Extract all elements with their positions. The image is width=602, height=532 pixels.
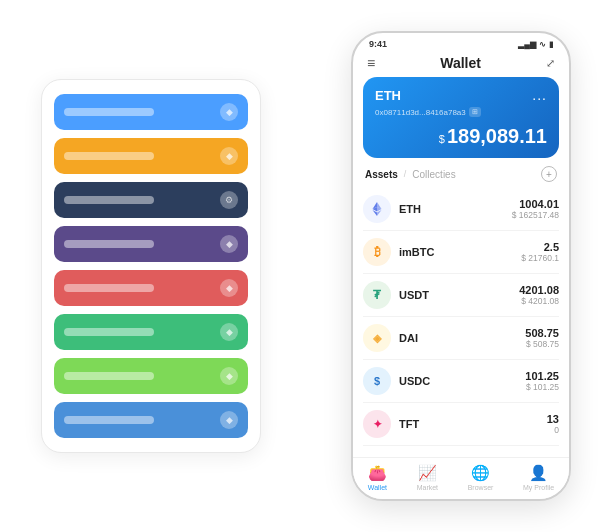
asset-row-eth[interactable]: ETH 1004.01 $ 162517.48 [363, 188, 559, 231]
stack-item-icon-6: ◆ [220, 323, 238, 341]
asset-amount-dai: 508.75 [525, 327, 559, 339]
asset-usd-usdc: $ 101.25 [525, 382, 559, 392]
stack-item-1[interactable]: ◆ [54, 94, 248, 130]
asset-name-usdc: USDC [399, 375, 430, 387]
expand-icon[interactable]: ⤢ [546, 57, 555, 70]
asset-row-imbtc[interactable]: ₿ imBTC 2.5 $ 21760.1 [363, 231, 559, 274]
wallet-nav-label: Wallet [368, 484, 387, 491]
bottom-nav: 👛 Wallet 📈 Market 🌐 Browser 👤 My Profile [353, 457, 569, 499]
eth-card-name: ETH [375, 88, 401, 103]
tab-collecties[interactable]: Collecties [412, 169, 455, 180]
assets-header: Assets / Collecties + [353, 166, 569, 188]
asset-list: ETH 1004.01 $ 162517.48 ₿ imBTC 2.5 $ 21… [353, 188, 569, 457]
asset-right-usdt: 4201.08 $ 4201.08 [519, 284, 559, 306]
stack-item-label-3 [64, 196, 154, 204]
asset-row-usdc[interactable]: $ USDC 101.25 $ 101.25 [363, 360, 559, 403]
stack-item-icon-7: ◆ [220, 367, 238, 385]
eth-currency-symbol: $ [439, 133, 445, 145]
status-icons: ▂▄▆ ∿ ▮ [518, 40, 553, 49]
asset-amount-eth: 1004.01 [512, 198, 559, 210]
stack-item-label-2 [64, 152, 154, 160]
eth-card-balance: $189,089.11 [375, 125, 547, 148]
stack-item-2[interactable]: ◆ [54, 138, 248, 174]
stack-item-icon-1: ◆ [220, 103, 238, 121]
stack-item-3[interactable]: ⚙ [54, 182, 248, 218]
stack-item-8[interactable]: ◆ [54, 402, 248, 438]
eth-address-badge: ⊞ [469, 107, 481, 117]
stack-item-icon-5: ◆ [220, 279, 238, 297]
phone-mockup: 9:41 ▂▄▆ ∿ ▮ ≡ Wallet ⤢ ETH ... 0x08711d… [351, 31, 571, 501]
asset-right-dai: 508.75 $ 508.75 [525, 327, 559, 349]
asset-left-tft: ✦ TFT [363, 410, 419, 438]
stack-item-label-6 [64, 328, 154, 336]
nav-profile[interactable]: 👤 My Profile [523, 464, 554, 491]
browser-nav-label: Browser [468, 484, 494, 491]
asset-name-dai: DAI [399, 332, 418, 344]
asset-name-tft: TFT [399, 418, 419, 430]
eth-card-address: 0x08711d3d...8416a78a3 ⊞ [375, 107, 547, 117]
asset-usd-tft: 0 [547, 425, 559, 435]
nav-market[interactable]: 📈 Market [417, 464, 438, 491]
stack-item-6[interactable]: ◆ [54, 314, 248, 350]
asset-left-imbtc: ₿ imBTC [363, 238, 434, 266]
stack-item-icon-8: ◆ [220, 411, 238, 429]
nav-wallet[interactable]: 👛 Wallet [368, 464, 387, 491]
asset-row-tft[interactable]: ✦ TFT 13 0 [363, 403, 559, 446]
asset-icon-tft: ✦ [363, 410, 391, 438]
asset-name-eth: ETH [399, 203, 421, 215]
asset-icon-usdt: ₮ [363, 281, 391, 309]
status-bar: 9:41 ▂▄▆ ∿ ▮ [353, 33, 569, 51]
eth-card-top: ETH ... [375, 87, 547, 103]
asset-row-dai[interactable]: ◈ DAI 508.75 $ 508.75 [363, 317, 559, 360]
add-icon: + [546, 169, 552, 180]
asset-left-dai: ◈ DAI [363, 324, 418, 352]
stack-item-label-5 [64, 284, 154, 292]
eth-card-menu[interactable]: ... [532, 87, 547, 103]
asset-name-imbtc: imBTC [399, 246, 434, 258]
stack-item-label-7 [64, 372, 154, 380]
asset-amount-usdt: 4201.08 [519, 284, 559, 296]
tab-assets[interactable]: Assets [365, 169, 398, 180]
stack-item-label-1 [64, 108, 154, 116]
asset-icon-dai: ◈ [363, 324, 391, 352]
asset-row-usdt[interactable]: ₮ USDT 4201.08 $ 4201.08 [363, 274, 559, 317]
asset-icon-eth [363, 195, 391, 223]
asset-left-eth: ETH [363, 195, 421, 223]
stack-item-5[interactable]: ◆ [54, 270, 248, 306]
stack-item-label-8 [64, 416, 154, 424]
asset-usd-eth: $ 162517.48 [512, 210, 559, 220]
asset-right-imbtc: 2.5 $ 21760.1 [521, 241, 559, 263]
asset-icon-usdc: $ [363, 367, 391, 395]
asset-usd-dai: $ 508.75 [525, 339, 559, 349]
nav-browser[interactable]: 🌐 Browser [468, 464, 494, 491]
asset-right-usdc: 101.25 $ 101.25 [525, 370, 559, 392]
menu-icon[interactable]: ≡ [367, 55, 375, 71]
stack-item-label-4 [64, 240, 154, 248]
add-asset-button[interactable]: + [541, 166, 557, 182]
asset-usd-imbtc: $ 21760.1 [521, 253, 559, 263]
stack-item-7[interactable]: ◆ [54, 358, 248, 394]
signal-icon: ▂▄▆ [518, 40, 536, 49]
asset-left-usdt: ₮ USDT [363, 281, 429, 309]
profile-nav-label: My Profile [523, 484, 554, 491]
card-stack: ◆ ◆ ⚙ ◆ ◆ ◆ ◆ ◆ [41, 79, 261, 453]
profile-nav-icon: 👤 [529, 464, 548, 482]
stack-item-icon-4: ◆ [220, 235, 238, 253]
stack-item-icon-2: ◆ [220, 147, 238, 165]
phone-header: ≡ Wallet ⤢ [353, 51, 569, 77]
page-title: Wallet [440, 55, 481, 71]
eth-card[interactable]: ETH ... 0x08711d3d...8416a78a3 ⊞ $189,08… [363, 77, 559, 158]
market-nav-icon: 📈 [418, 464, 437, 482]
tab-separator: / [404, 169, 407, 179]
wifi-icon: ∿ [539, 40, 546, 49]
asset-name-usdt: USDT [399, 289, 429, 301]
stack-item-icon-3: ⚙ [220, 191, 238, 209]
scene: ◆ ◆ ⚙ ◆ ◆ ◆ ◆ ◆ [21, 16, 581, 516]
market-nav-label: Market [417, 484, 438, 491]
asset-right-tft: 13 0 [547, 413, 559, 435]
asset-amount-usdc: 101.25 [525, 370, 559, 382]
asset-amount-imbtc: 2.5 [521, 241, 559, 253]
assets-tabs: Assets / Collecties [365, 169, 456, 180]
battery-icon: ▮ [549, 40, 553, 49]
stack-item-4[interactable]: ◆ [54, 226, 248, 262]
